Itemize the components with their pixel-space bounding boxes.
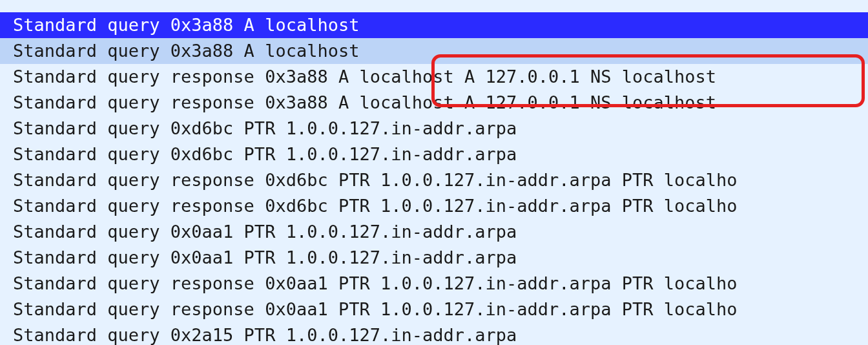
- packet-list[interactable]: Standard query 0x3a88 A localhostStandar…: [0, 0, 868, 345]
- packet-info: Standard query response 0x3a88 A localho…: [13, 67, 716, 87]
- table-row[interactable]: Standard query 0x0aa1 PTR 1.0.0.127.in-a…: [0, 219, 868, 245]
- packet-info: Standard query 0xd6bc PTR 1.0.0.127.in-a…: [13, 118, 517, 138]
- packet-info: Standard query 0x0aa1 PTR 1.0.0.127.in-a…: [13, 247, 517, 267]
- table-row[interactable]: Standard query response 0xd6bc PTR 1.0.0…: [0, 193, 868, 219]
- packet-info: Standard query response 0x0aa1 PTR 1.0.0…: [13, 273, 738, 293]
- packet-info: Standard query 0x0aa1 PTR 1.0.0.127.in-a…: [13, 222, 517, 242]
- packet-info: Standard query 0x3a88 A localhost: [13, 41, 359, 61]
- table-row[interactable]: Standard query 0x3a88 A localhost: [0, 38, 868, 64]
- table-row[interactable]: [0, 0, 868, 12]
- packet-info: Standard query response 0x3a88 A localho…: [13, 92, 716, 112]
- table-row[interactable]: Standard query 0xd6bc PTR 1.0.0.127.in-a…: [0, 141, 868, 167]
- table-row[interactable]: Standard query response 0x3a88 A localho…: [0, 90, 868, 116]
- table-row[interactable]: Standard query response 0x0aa1 PTR 1.0.0…: [0, 297, 868, 322]
- packet-info: Standard query response 0x0aa1 PTR 1.0.0…: [13, 299, 738, 319]
- table-row[interactable]: Standard query response 0xd6bc PTR 1.0.0…: [0, 167, 868, 193]
- table-row[interactable]: Standard query 0x2a15 PTR 1.0.0.127.in-a…: [0, 322, 868, 345]
- packet-info: Standard query 0x2a15 PTR 1.0.0.127.in-a…: [13, 325, 517, 345]
- packet-info: Standard query 0xd6bc PTR 1.0.0.127.in-a…: [13, 144, 517, 164]
- table-row[interactable]: Standard query response 0x3a88 A localho…: [0, 64, 868, 90]
- packet-info: Standard query response 0xd6bc PTR 1.0.0…: [13, 170, 738, 190]
- table-row[interactable]: Standard query 0xd6bc PTR 1.0.0.127.in-a…: [0, 116, 868, 141]
- table-row[interactable]: Standard query 0x3a88 A localhost: [0, 12, 868, 38]
- packet-info: Standard query response 0xd6bc PTR 1.0.0…: [13, 196, 738, 216]
- packet-info: Standard query 0x3a88 A localhost: [13, 15, 359, 35]
- table-row[interactable]: Standard query response 0x0aa1 PTR 1.0.0…: [0, 271, 868, 297]
- table-row[interactable]: Standard query 0x0aa1 PTR 1.0.0.127.in-a…: [0, 245, 868, 271]
